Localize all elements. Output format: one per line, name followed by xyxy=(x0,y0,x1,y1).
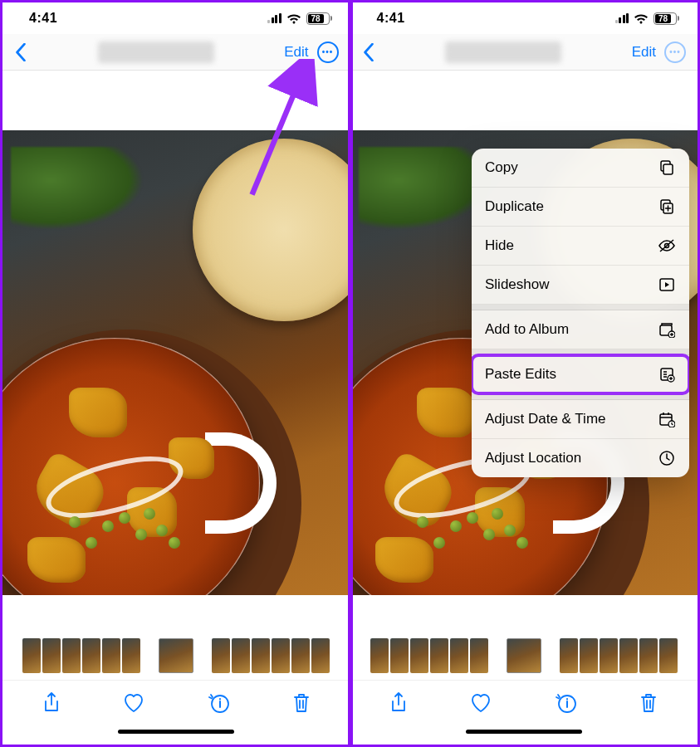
svg-line-5 xyxy=(660,240,673,251)
left-screenshot: 4:41 78 Edit ••• xyxy=(2,2,350,745)
status-time: 4:41 xyxy=(377,11,615,26)
home-indicator xyxy=(2,725,350,745)
thumbnail-strip[interactable] xyxy=(350,632,698,680)
photo-title-redacted xyxy=(98,42,214,63)
menu-item-adjust-location[interactable]: Adjust Location xyxy=(472,439,689,477)
menu-label: Copy xyxy=(485,159,518,176)
menu-item-hide[interactable]: Hide xyxy=(472,227,689,266)
panel-divider xyxy=(348,2,353,745)
album-icon xyxy=(658,320,676,339)
menu-item-slideshow[interactable]: Slideshow xyxy=(472,266,689,305)
menu-label: Add to Album xyxy=(485,321,569,338)
bottom-toolbar xyxy=(2,680,350,725)
right-screenshot: 4:41 78 Edit ••• xyxy=(350,2,698,745)
hide-icon xyxy=(658,237,676,255)
duplicate-icon xyxy=(658,198,676,216)
edit-button[interactable]: Edit xyxy=(632,44,656,61)
bottom-toolbar xyxy=(350,680,698,725)
wifi-icon xyxy=(634,13,649,24)
wifi-icon xyxy=(286,13,301,24)
menu-item-copy[interactable]: Copy xyxy=(472,149,689,188)
nav-bar: Edit ••• xyxy=(2,34,350,71)
home-indicator xyxy=(350,725,698,745)
photo-title-redacted xyxy=(445,42,561,63)
more-button[interactable]: ••• xyxy=(664,42,686,63)
context-menu: Copy Duplicate Hide Slideshow Add t xyxy=(472,149,689,477)
trash-icon[interactable] xyxy=(291,691,311,715)
menu-label: Paste Edits xyxy=(485,366,556,383)
copy-icon xyxy=(658,159,676,177)
info-icon[interactable] xyxy=(206,691,231,715)
info-icon[interactable] xyxy=(553,691,578,715)
nav-bar: Edit ••• xyxy=(350,34,698,71)
thumbnail-selected[interactable] xyxy=(159,638,193,673)
edit-button[interactable]: Edit xyxy=(284,44,308,61)
cellular-icon xyxy=(267,13,281,23)
menu-item-duplicate[interactable]: Duplicate xyxy=(472,188,689,227)
cellular-icon xyxy=(615,13,629,23)
photo-preview[interactable] xyxy=(2,130,350,595)
menu-label: Adjust Date & Time xyxy=(485,411,606,427)
status-bar: 4:41 78 xyxy=(350,2,698,34)
menu-label: Hide xyxy=(485,237,514,254)
trash-icon[interactable] xyxy=(639,691,658,715)
share-icon[interactable] xyxy=(389,691,409,715)
status-bar: 4:41 78 xyxy=(2,2,350,34)
more-button[interactable]: ••• xyxy=(317,42,339,63)
favorite-icon[interactable] xyxy=(469,692,492,714)
menu-label: Duplicate xyxy=(485,198,544,215)
menu-label: Adjust Location xyxy=(485,450,581,466)
menu-item-add-to-album[interactable]: Add to Album xyxy=(472,310,689,349)
svg-rect-2 xyxy=(663,164,673,174)
menu-item-paste-edits[interactable]: Paste Edits xyxy=(472,355,689,394)
location-icon xyxy=(658,449,676,467)
thumbnail-selected[interactable] xyxy=(507,638,541,673)
slideshow-icon xyxy=(658,276,676,294)
favorite-icon[interactable] xyxy=(122,692,145,714)
calendar-icon xyxy=(658,410,676,428)
battery-icon: 78 xyxy=(653,12,679,25)
battery-icon: 78 xyxy=(306,12,332,25)
back-button[interactable] xyxy=(362,43,375,61)
menu-item-adjust-date[interactable]: Adjust Date & Time xyxy=(472,400,689,439)
thumbnail-strip[interactable] xyxy=(2,632,350,680)
menu-label: Slideshow xyxy=(485,276,550,293)
back-button[interactable] xyxy=(14,43,27,61)
paste-edits-icon xyxy=(658,365,676,383)
share-icon[interactable] xyxy=(42,691,61,715)
status-time: 4:41 xyxy=(29,11,267,26)
